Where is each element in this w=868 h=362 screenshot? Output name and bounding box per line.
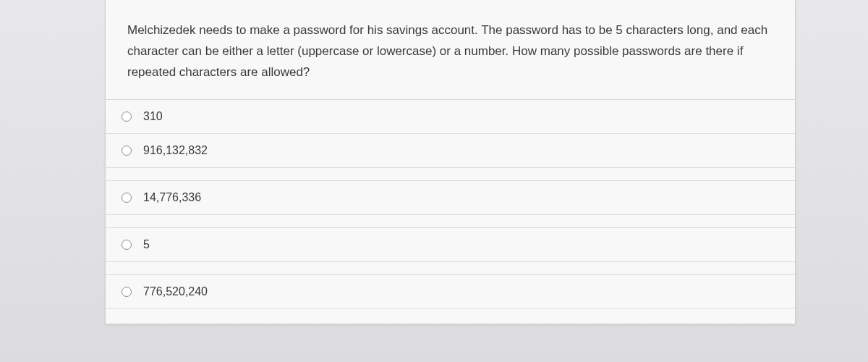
option-row[interactable]: 14,776,336 <box>106 181 795 215</box>
radio-icon[interactable] <box>122 240 132 250</box>
option-spacer <box>106 168 795 181</box>
option-row[interactable]: 916,132,832 <box>106 134 795 168</box>
option-label: 310 <box>142 110 163 123</box>
radio-icon[interactable] <box>122 193 132 203</box>
question-card: Melchizedek needs to make a password for… <box>105 0 796 324</box>
option-label: 776,520,240 <box>142 285 208 298</box>
option-label: 14,776,336 <box>142 191 201 204</box>
radio-icon[interactable] <box>122 287 132 297</box>
radio-icon[interactable] <box>122 111 132 122</box>
option-row[interactable]: 310 <box>106 100 795 134</box>
options-list: 310 916,132,832 14,776,336 5 776,520,240 <box>106 100 795 324</box>
card-bottom-padding <box>106 309 795 324</box>
option-spacer <box>106 215 795 228</box>
option-row[interactable]: 776,520,240 <box>106 275 795 309</box>
question-text: Melchizedek needs to make a password for… <box>106 0 795 100</box>
option-spacer <box>106 262 795 275</box>
radio-icon[interactable] <box>122 146 132 156</box>
option-row[interactable]: 5 <box>106 228 795 262</box>
option-label: 5 <box>142 238 150 251</box>
option-label: 916,132,832 <box>142 144 208 157</box>
